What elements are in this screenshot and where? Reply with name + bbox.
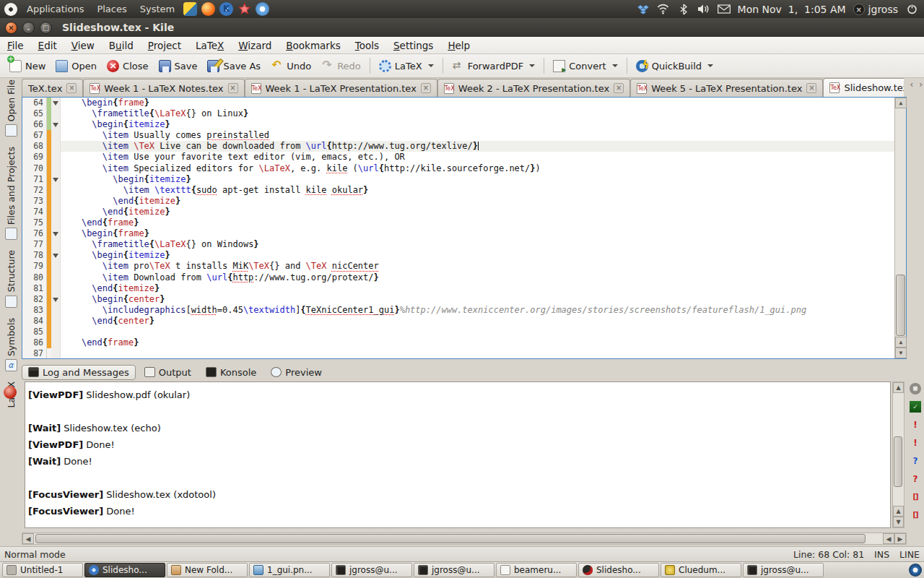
fold-marker-icon[interactable] — [51, 250, 60, 261]
open-button[interactable]: Open — [51, 58, 102, 74]
code-line-73[interactable]: \end{itemize} — [61, 196, 894, 207]
code-line-65[interactable]: \frametitle{\LaTeX{} on Linux} — [61, 108, 894, 119]
menu-tools[interactable]: Tools — [348, 40, 386, 51]
code-line-66[interactable]: \begin{itemize} — [61, 119, 894, 130]
code-area[interactable]: \begin{frame} \frametitle{\LaTeX{} on Li… — [61, 98, 894, 358]
kile-icon[interactable]: K — [219, 2, 233, 16]
bottom-tab-konsole[interactable]: Konsole — [200, 366, 262, 379]
scroll-up-icon[interactable]: ▲ — [895, 98, 907, 108]
taskbar-item-new-fold-[interactable]: New Fold... — [167, 563, 248, 577]
editor-scroll-thumb[interactable] — [896, 275, 905, 336]
taskbar-item-jgross-u-[interactable]: jgross@u... — [331, 563, 412, 577]
editor-vscrollbar[interactable]: ▲ ▲ ▼ — [894, 98, 906, 358]
save-as-button[interactable]: Save As — [202, 58, 266, 74]
log-scroll-thumb[interactable] — [894, 436, 902, 487]
starburst-icon[interactable] — [237, 2, 251, 16]
log-scroll-down-icon[interactable]: ▼ — [893, 517, 904, 527]
menu-applications[interactable]: Applications — [20, 0, 90, 18]
menu-help[interactable]: Help — [440, 40, 477, 51]
menu-view[interactable]: View — [64, 40, 102, 51]
code-line-86[interactable]: \end{frame} — [61, 337, 894, 348]
clock[interactable]: Mon Nov 1, 1:05 AM — [738, 4, 846, 15]
taskbar-item-slidesho-[interactable]: Slidesho... — [84, 563, 165, 577]
save-button[interactable]: Save — [154, 58, 203, 74]
taskbar-item-cluedum-[interactable]: Cluedum... — [661, 563, 741, 577]
taskbar-item-slidesho-[interactable]: Slidesho... — [578, 563, 659, 577]
log-scroll-up2-icon[interactable]: ▲ — [893, 506, 904, 517]
code-line-67[interactable]: \item Usually comes preinstalled — [61, 130, 894, 141]
code-line-74[interactable]: \end{itemize} — [61, 207, 894, 217]
taskbar-item-jgross-u-[interactable]: jgross@u... — [743, 563, 824, 577]
undo-button[interactable]: Undo — [266, 58, 316, 74]
previous-badbox-icon[interactable]: [] — [910, 491, 921, 503]
fold-marker-icon[interactable] — [51, 174, 60, 185]
window-titlebar[interactable]: × ⌄ □ Slideshow.tex - Kile — [0, 18, 924, 37]
hscroll-left2-icon[interactable]: ◀ — [883, 533, 894, 544]
code-line-68[interactable]: \item \TeX Live can be downloaded from \… — [61, 141, 894, 152]
taskbar-corner-icon[interactable] — [909, 564, 922, 577]
hide-log-icon[interactable]: × — [910, 383, 921, 394]
horizontal-scrollbar[interactable]: ◀ ◀ ▶ — [22, 532, 907, 545]
fold-marker-icon[interactable] — [51, 294, 60, 305]
hscroll-right-icon[interactable]: ▶ — [894, 533, 906, 544]
distributor-logo-icon[interactable] — [4, 3, 17, 16]
code-line-64[interactable]: \begin{frame} — [61, 98, 894, 108]
code-line-87[interactable] — [61, 348, 894, 358]
previous-warning-icon[interactable]: ? — [910, 455, 921, 467]
menu-edit[interactable]: Edit — [31, 40, 64, 51]
sidebar-item-symbols[interactable]: Symbolsα — [5, 318, 17, 371]
code-line-83[interactable]: \includegraphics[width=0.45\textwidth]{T… — [61, 305, 894, 316]
fold-marker-icon[interactable] — [51, 228, 60, 239]
editor-view[interactable]: 6465666768697071727374757677787980818283… — [22, 97, 907, 359]
latex-button[interactable]: LaTeX — [374, 58, 439, 74]
hscroll-thumb[interactable] — [35, 534, 866, 543]
taskbar-item-beameru-[interactable]: beameru... — [496, 563, 577, 577]
tab-close-icon[interactable]: × — [806, 83, 816, 93]
window-minimize-button[interactable]: ⌄ — [22, 22, 35, 34]
view-log-icon[interactable]: ✓ — [910, 401, 921, 413]
wifi-icon[interactable] — [657, 3, 670, 16]
menu-file[interactable]: File — [0, 40, 31, 51]
taskbar-item-untitled-1[interactable]: Untitled-1 — [2, 563, 83, 577]
dropbox-icon[interactable] — [637, 3, 650, 16]
code-line-71[interactable]: \begin{itemize} — [61, 174, 894, 185]
user-menu[interactable]: × jgross — [853, 4, 898, 15]
code-line-70[interactable]: \item Specialized editors for \LaTeX, e.… — [61, 163, 894, 174]
menu-bookmarks[interactable]: Bookmarks — [279, 40, 347, 51]
window-close-button[interactable]: × — [5, 22, 17, 34]
chevron-down-icon[interactable] — [707, 64, 713, 67]
tab-close-icon[interactable]: × — [228, 83, 238, 93]
code-line-80[interactable]: \item Download from \url{http://www.tug.… — [61, 272, 894, 283]
volume-icon[interactable] — [697, 3, 710, 16]
tab-scroll-left-icon[interactable]: ‹ — [910, 79, 913, 90]
tab-week-2-latex-presentation-tex[interactable]: TeXWeek 2 - LaTeX Presentation.tex× — [437, 79, 630, 97]
taskbar-item-jgross-u-[interactable]: jgross@u... — [414, 563, 494, 577]
menu-build[interactable]: Build — [102, 40, 141, 51]
next-error-icon[interactable]: ! — [910, 437, 921, 449]
next-badbox-icon[interactable]: [] — [910, 509, 921, 521]
menu-latex[interactable]: LaTeX — [188, 40, 231, 51]
scroll-down-icon[interactable]: ▼ — [895, 348, 907, 358]
log-vscrollbar[interactable]: ▲ ▲ ▼ — [892, 381, 905, 528]
code-line-81[interactable]: \end{itemize} — [61, 283, 894, 294]
redo-button[interactable]: Redo — [316, 58, 366, 74]
sidebar-item-open-file[interactable]: Open File — [5, 79, 17, 137]
power-icon[interactable] — [905, 3, 918, 16]
kile-log-icon[interactable] — [4, 386, 17, 399]
code-line-85[interactable] — [61, 327, 894, 337]
sidebar-item-files-and-projects[interactable]: Files and Projects — [5, 147, 17, 240]
quickbuild-button[interactable]: QuickBuild — [631, 58, 718, 74]
bottom-tab-output[interactable]: Output — [139, 366, 197, 379]
tab-scroll-arrows[interactable]: ‹ › — [910, 79, 923, 90]
mail-icon[interactable] — [718, 3, 731, 16]
code-line-78[interactable]: \begin{itemize} — [61, 250, 894, 261]
code-line-76[interactable]: \begin{frame} — [61, 228, 894, 239]
code-line-72[interactable]: \item \texttt{sudo apt-get install kile … — [61, 185, 894, 196]
tab-week-1-latex-notes-tex[interactable]: TeXWeek 1 - LaTeX Notes.tex× — [83, 79, 244, 97]
tab-close-icon[interactable]: × — [421, 83, 431, 93]
previous-error-icon[interactable]: ! — [910, 419, 921, 431]
code-line-84[interactable]: \end{center} — [61, 316, 894, 327]
code-line-75[interactable]: \end{frame} — [61, 217, 894, 228]
bottom-tab-preview[interactable]: Preview — [265, 366, 328, 379]
code-line-69[interactable]: \item Use your favorite text editor (vim… — [61, 152, 894, 163]
